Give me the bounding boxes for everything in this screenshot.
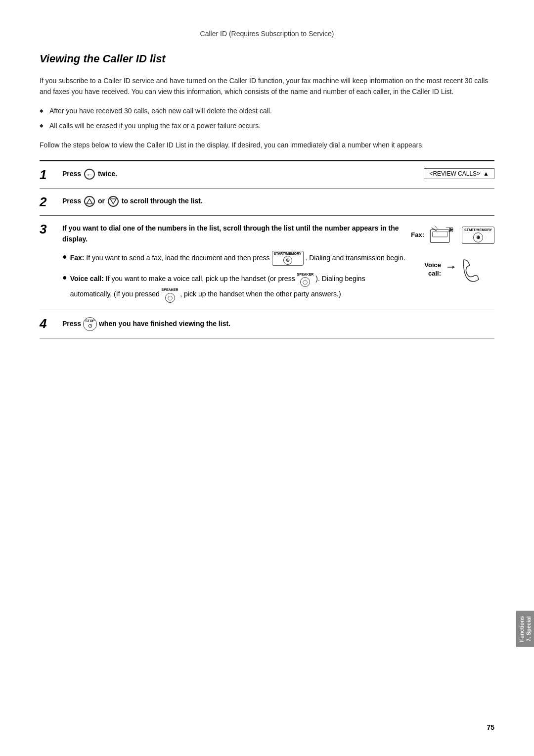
voice-arrow-icon [445,262,455,277]
speaker-label-sm2: SPEAKER ◯ [162,287,178,302]
step-2-press: Press [62,197,81,205]
voice-sub-content: Voice call: If you want to make a voice … [70,272,406,302]
svg-marker-0 [87,199,92,204]
page-container: Caller ID (Requires Subscription to Serv… [0,0,534,756]
bullet-item-1: After you have received 30 calls, each n… [40,105,494,116]
start-memory-right: START/MEMORY ⊕ [462,226,494,244]
up-circle-icon [84,196,95,207]
step-1-row: 1 Press ← twice. <REVIEW CALLS> ▲ [40,161,494,189]
down-circle-icon [108,196,119,207]
side-tab-line2: Functions [519,616,525,642]
step-4-row: 4 Press STOP ⊙ when you have finished vi… [40,310,494,338]
step-2-content: Press or to scroll through the list. [62,195,494,207]
fax-bullet-dot: ● [62,251,67,263]
svg-marker-8 [452,266,455,269]
step-1-content: Press ← twice. [62,168,391,180]
step-2-row: 2 Press or to scroll through the list. [40,189,494,216]
step-2-or: or [98,197,107,205]
fax-machine-svg [428,223,458,247]
follow-text: Follow the steps below to view the Calle… [40,140,494,150]
svg-rect-2 [430,230,449,242]
voice-illustration: Voicecall: [424,257,481,282]
svg-line-5 [435,226,438,229]
stop-button-icon: STOP ⊙ [83,317,97,331]
step-3-number: 3 [40,223,59,236]
side-tab-line1: 7. Special [526,616,532,642]
step-3-row: 3 If you want to dial one of the numbers… [40,216,494,310]
voice-call-label: Voice call: [70,275,104,283]
step-2-scroll: to scroll through the list. [122,197,203,205]
voice-call-label-right: Voicecall: [424,261,441,278]
svg-marker-1 [110,199,116,204]
step-1-press: Press [62,170,81,178]
arrow-left-icon: ← [84,169,95,180]
fax-illustration: Fax: START/MEMORY ⊕ [411,223,494,247]
section-title: Viewing the Caller ID list [40,52,494,65]
step-3-content: If you want to dial one of the numbers i… [62,223,406,303]
intro-paragraph: If you subscribe to a Caller ID service … [40,75,494,97]
review-calls-box: <REVIEW CALLS> ▲ [424,168,494,179]
fax-label-right: Fax: [411,231,424,238]
step-4-press: Press [62,319,83,327]
svg-rect-3 [433,232,447,237]
stop-label: STOP [86,319,95,323]
header-title: Caller ID (Requires Subscription to Serv… [200,30,334,38]
page-number: 75 [487,723,494,731]
start-memory-circle-right: ⊕ [473,233,483,242]
fax-label: Fax: [70,254,85,262]
step-3-main-text: If you want to dial one of the numbers i… [62,223,406,245]
svg-line-4 [432,228,437,231]
side-tab: Functions 7. Special [516,611,534,647]
steps-container: 1 Press ← twice. <REVIEW CALLS> ▲ 2 Pres… [40,160,494,338]
voice-bullet-dot: ● [62,272,67,284]
step-3-illustrations: Fax: START/MEMORY ⊕ [411,223,494,282]
step-1-twice: twice. [98,170,117,178]
svg-marker-6 [449,228,454,232]
speaker-label-sm: SPEAKER ◯ [297,272,314,287]
step-3-fax-bullet: ● Fax: If you want to send a fax, load t… [62,251,406,266]
phone-svg [459,257,481,282]
step-3-voice-bullet: ● Voice call: If you want to make a voic… [62,272,406,302]
review-calls-arrow: ▲ [483,170,489,177]
fax-sub-content: Fax: If you want to send a fax, load the… [70,251,406,266]
step-2-number: 2 [40,195,59,208]
start-memory-label-right: START/MEMORY [464,228,492,232]
step-4-suffix: when you have finished viewing the list. [99,319,230,327]
start-memory-btn-fax: START/MEMORY ⊕ [272,251,304,266]
review-calls-label: <REVIEW CALLS> [429,170,480,177]
stop-circle-inner: ⊙ [88,323,92,329]
step-4-number: 4 [40,317,59,330]
step-1-number: 1 [40,168,59,181]
bullet-list: After you have received 30 calls, each n… [40,105,494,132]
step-4-content: Press STOP ⊙ when you have finished view… [62,317,494,331]
bullet-item-2: All calls will be erased if you unplug t… [40,120,494,131]
page-header: Caller ID (Requires Subscription to Serv… [40,30,494,38]
step-1-aside: <REVIEW CALLS> ▲ [396,168,494,179]
